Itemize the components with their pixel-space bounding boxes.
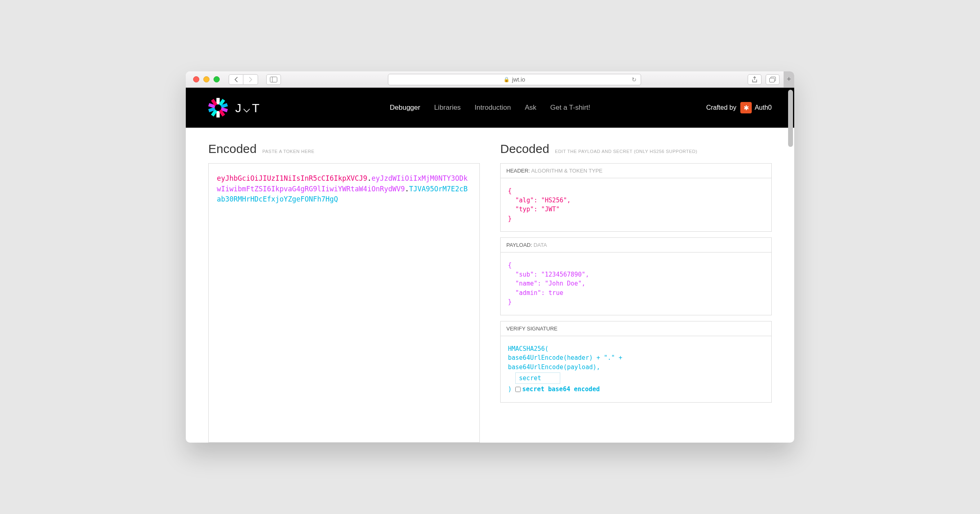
sig-line2: base64UrlEncode(header) + "." + [508,353,764,363]
logo-text: J⌵T [235,101,261,115]
encoded-title-row: Encoded PASTE A TOKEN HERE [208,142,480,156]
traffic-lights [193,76,220,82]
secret-base64-checkbox[interactable] [515,387,521,392]
share-icon [752,76,757,83]
encoded-pane: Encoded PASTE A TOKEN HERE eyJhbGciOiJIU… [208,142,480,443]
sidebar-icon [270,77,277,82]
back-button[interactable] [229,74,243,85]
payload-sublabel: DATA [534,242,547,248]
chevron-left-icon [234,77,238,82]
scrollbar-thumb[interactable] [788,90,793,147]
decoded-hint: EDIT THE PAYLOAD AND SECRET (ONLY HS256 … [555,149,697,154]
tabs-button[interactable] [766,74,780,85]
svg-rect-0 [270,77,277,82]
decoded-title: Decoded [500,142,549,156]
main-content: Encoded PASTE A TOKEN HERE eyJhbGciOiJIU… [186,128,794,443]
sig-line3: base64UrlEncode(payload), [508,363,764,372]
history-nav [229,74,258,85]
signature-body: HMACSHA256( base64UrlEncode(header) + ".… [500,336,772,403]
encoded-token-input[interactable]: eyJhbGciOiJIUzI1NiIsInR5cCI6IkpXVCJ9.eyJ… [208,163,480,443]
share-button[interactable] [748,74,762,85]
crafted-by: Crafted by ✱ Auth0 [706,102,772,113]
secret-base64-label: secret base64 encoded [522,386,600,393]
forward-button[interactable] [243,74,258,85]
logo[interactable]: J⌵T [208,98,261,117]
encoded-hint: PASTE A TOKEN HERE [262,149,314,154]
payload-json-editor[interactable]: { "sub": "1234567890", "name": "John Doe… [500,253,772,315]
maximize-window-button[interactable] [214,76,220,82]
crafted-by-label: Crafted by [706,104,736,111]
decoded-pane: Decoded EDIT THE PAYLOAD AND SECRET (ONL… [500,142,772,443]
new-tab-button[interactable]: + [784,71,794,88]
token-header-segment: eyJhbGciOiJIUzI1NiIsInR5cCI6IkpXVCJ9 [217,174,367,182]
signature-section-label: VERIFY SIGNATURE [500,321,772,336]
browser-titlebar: 🔒 jwt.io ↻ + [186,71,794,88]
toolbar-right: + [748,71,787,88]
nav-menu: Debugger Libraries Introduction Ask Get … [390,104,590,112]
lock-icon: 🔒 [503,77,510,82]
auth0-icon: ✱ [740,102,752,113]
sig-line1: HMACSHA256( [508,344,764,354]
signature-label: VERIFY SIGNATURE [506,326,557,332]
chevron-right-icon [248,77,253,82]
minimize-window-button[interactable] [203,76,209,82]
site-header: J⌵T Debugger Libraries Introduction Ask … [186,88,794,128]
nav-libraries[interactable]: Libraries [434,104,461,112]
payload-label: PAYLOAD: [506,242,532,248]
decoded-sections: HEADER: ALGORITHM & TOKEN TYPE { "alg": … [500,163,772,443]
close-window-button[interactable] [193,76,199,82]
header-json-editor[interactable]: { "alg": "HS256", "typ": "JWT" } [500,178,772,232]
header-label: HEADER: [506,168,530,174]
jwt-logo-icon [208,98,228,117]
browser-window: 🔒 jwt.io ↻ + [186,71,794,443]
nav-tshirt[interactable]: Get a T-shirt! [550,104,590,112]
decoded-title-row: Decoded EDIT THE PAYLOAD AND SECRET (ONL… [500,142,772,156]
payload-section-label: PAYLOAD: DATA [500,237,772,253]
nav-introduction[interactable]: Introduction [474,104,511,112]
auth0-brand: Auth0 [755,104,772,111]
header-section-label: HEADER: ALGORITHM & TOKEN TYPE [500,163,772,178]
encoded-title: Encoded [208,142,256,156]
address-bar[interactable]: 🔒 jwt.io ↻ [388,74,641,85]
sig-close: ) [508,386,512,393]
nav-debugger[interactable]: Debugger [390,104,420,112]
secret-input[interactable] [515,372,560,384]
auth0-link[interactable]: ✱ Auth0 [740,102,772,113]
nav-ask[interactable]: Ask [525,104,536,112]
sidebar-toggle-button[interactable] [266,74,281,85]
url-host: jwt.io [512,76,525,83]
refresh-icon[interactable]: ↻ [632,76,637,83]
svg-rect-3 [770,78,775,82]
header-sublabel: ALGORITHM & TOKEN TYPE [531,168,603,174]
tabs-icon [769,77,776,82]
